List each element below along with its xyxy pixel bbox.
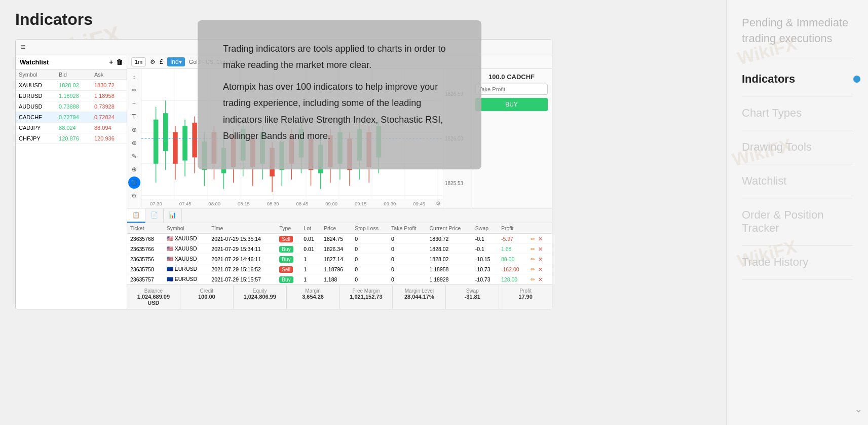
chart-trade-icon[interactable]: £ bbox=[160, 58, 163, 65]
time-label: 07:45 bbox=[171, 201, 200, 206]
sidebar-item-label: Trade History bbox=[742, 256, 808, 268]
sidebar-item-order-tracker[interactable]: Order & Position Tracker bbox=[742, 198, 853, 245]
profit-cell: -5.97 bbox=[498, 234, 527, 244]
swap-value: -31.81 bbox=[450, 294, 495, 300]
symbol-cell: CADJPY bbox=[16, 123, 56, 133]
free-margin-col: Free Margin 1,021,152.73 bbox=[340, 285, 393, 309]
add-symbol-button[interactable]: + bbox=[109, 58, 113, 66]
tp-cell: 0 bbox=[388, 254, 426, 264]
edit-icon[interactable]: ✏ bbox=[531, 236, 535, 242]
time-label: 08:15 bbox=[229, 201, 258, 206]
table-row[interactable]: AUDUSD 0.73888 0.73928 bbox=[16, 101, 127, 112]
menu-icon[interactable]: ≡ bbox=[21, 43, 25, 52]
svg-rect-16 bbox=[163, 113, 168, 151]
sidebar-item-trade-history[interactable]: Trade History bbox=[742, 245, 853, 279]
lot-cell: 0.01 bbox=[300, 234, 321, 244]
ask-cell: 1.18958 bbox=[91, 91, 127, 101]
take-profit-input[interactable] bbox=[475, 84, 548, 95]
close-icon[interactable]: ✕ bbox=[538, 236, 543, 242]
zoom-tool[interactable]: ⊕ bbox=[128, 163, 140, 175]
delete-symbol-button[interactable]: 🗑 bbox=[116, 58, 123, 66]
close-icon[interactable]: ✕ bbox=[538, 276, 543, 282]
fib-tool[interactable]: ⊛ bbox=[128, 137, 140, 149]
indicator-tool[interactable]: 🔵 bbox=[128, 176, 140, 189]
table-row[interactable]: CADJPY 88.024 88.094 bbox=[16, 123, 127, 133]
profit-cell: 1.68 bbox=[498, 244, 527, 254]
settings-tool[interactable]: ⚙ bbox=[128, 190, 140, 202]
bid-cell: 0.73888 bbox=[56, 101, 91, 112]
table-row[interactable]: CHFJPY 120.876 120.936 bbox=[16, 133, 127, 144]
text-tool[interactable]: T bbox=[128, 111, 140, 123]
table-row[interactable]: EURUSD 1.18928 1.18958 bbox=[16, 91, 127, 101]
crosshair-tool[interactable]: ↕ bbox=[128, 71, 140, 83]
balance-col: Balance 1,024,689.09 USD bbox=[127, 285, 180, 309]
credit-label: Credit bbox=[184, 288, 229, 294]
edit-icon[interactable]: ✏ bbox=[531, 256, 535, 262]
sidebar-item-watchlist[interactable]: Watchlist bbox=[742, 164, 853, 198]
positions-tab-2[interactable]: 📄 bbox=[145, 208, 164, 223]
ask-cell: 1830.72 bbox=[91, 80, 127, 91]
col-time: Time bbox=[208, 223, 276, 234]
edit-icon[interactable]: ✏ bbox=[531, 246, 535, 252]
cp-cell: 1.18928 bbox=[426, 274, 472, 285]
margin-level-col: Margin Level 28,044.17% bbox=[393, 285, 446, 309]
table-row[interactable]: XAUUSD 1828.02 1830.72 bbox=[16, 80, 127, 91]
edit-icon[interactable]: ✏ bbox=[531, 266, 535, 272]
time-cell: 2021-07-29 15:16:52 bbox=[208, 264, 276, 274]
action-cell: ✏ ✕ bbox=[527, 274, 552, 285]
sidebar-item-indicators[interactable]: Indicators bbox=[742, 62, 853, 96]
footer-summary: Balance 1,024,689.09 USD Credit 100.00 E… bbox=[127, 285, 552, 309]
watchlist-header: Watchlist + 🗑 bbox=[16, 55, 127, 69]
timeframe-button[interactable]: 1m bbox=[131, 57, 146, 66]
sidebar-item-chart-types[interactable]: Chart Types Profit bbox=[742, 96, 853, 130]
close-icon[interactable]: ✕ bbox=[538, 256, 543, 262]
svg-rect-20 bbox=[182, 126, 187, 161]
bid-cell: 1.18928 bbox=[56, 91, 91, 101]
equity-value: 1,024,806.99 bbox=[238, 294, 282, 300]
scroll-down-icon[interactable]: ⌄ bbox=[854, 403, 863, 415]
symbol-cell: XAUUSD bbox=[16, 80, 56, 91]
close-icon[interactable]: ✕ bbox=[538, 246, 543, 252]
table-row[interactable]: CADCHF 0.72794 0.72824 bbox=[16, 112, 127, 123]
edit-icon[interactable]: ✏ bbox=[531, 276, 535, 282]
col-ticket: Ticket bbox=[127, 223, 164, 234]
symbol-cell: 🇪🇺 EURUSD bbox=[164, 264, 208, 274]
close-icon[interactable]: ✕ bbox=[538, 266, 543, 272]
swap-cell: -10.73 bbox=[472, 274, 498, 285]
chart-tools-icon[interactable]: ⚙ bbox=[150, 58, 156, 65]
sidebar-item-label: Drawing Tools bbox=[742, 140, 812, 153]
positions-tab-3[interactable]: 📊 bbox=[164, 208, 182, 223]
chart-settings-icon[interactable]: ⚙ bbox=[434, 200, 443, 207]
type-cell: Buy bbox=[276, 274, 300, 285]
sidebar-item-drawing-tools[interactable]: Drawing Tools bbox=[742, 130, 853, 164]
pen-tool[interactable]: ✏ bbox=[128, 84, 140, 96]
time-label: 09:45 bbox=[404, 201, 434, 206]
plus-tool[interactable]: + bbox=[128, 97, 140, 110]
col-bid: Bid bbox=[56, 69, 91, 80]
positions-tab-1[interactable]: 📋 bbox=[127, 208, 145, 223]
time-label: 08:45 bbox=[288, 201, 317, 206]
swap-label: Swap bbox=[450, 288, 495, 294]
time-cell: 2021-07-29 15:15:57 bbox=[208, 274, 276, 285]
order-panel: 100.0 CADCHF BUY bbox=[471, 69, 552, 208]
margin-label: Margin bbox=[291, 288, 335, 294]
bid-cell: 1828.02 bbox=[56, 80, 91, 91]
col-swap: Swap bbox=[472, 223, 498, 234]
pencil-tool[interactable]: ✎ bbox=[128, 150, 140, 162]
positions-tabs: 📋 📄 📊 bbox=[127, 208, 552, 223]
profit-cell: -162.00 bbox=[498, 264, 527, 274]
type-cell: Sell bbox=[276, 234, 300, 244]
profit-cell: 88.00 bbox=[498, 254, 527, 264]
time-cell: 2021-07-29 14:46:11 bbox=[208, 254, 276, 264]
cp-cell: 1830.72 bbox=[426, 234, 472, 244]
credit-value: 100.00 bbox=[184, 294, 229, 300]
sl-cell: 0 bbox=[352, 254, 388, 264]
circle-tool[interactable]: ⊕ bbox=[128, 124, 140, 136]
bid-cell: 88.024 bbox=[56, 123, 91, 133]
ticket-cell: 23635768 bbox=[127, 234, 164, 244]
ticket-cell: 23635766 bbox=[127, 244, 164, 254]
profit-label: Profit bbox=[503, 288, 548, 294]
table-row: 23635756 🇺🇸 XAUUSD 2021-07-29 14:46:11 B… bbox=[127, 254, 552, 264]
buy-button[interactable]: BUY bbox=[475, 98, 548, 111]
indicators-button[interactable]: Ind▾ bbox=[167, 57, 185, 66]
